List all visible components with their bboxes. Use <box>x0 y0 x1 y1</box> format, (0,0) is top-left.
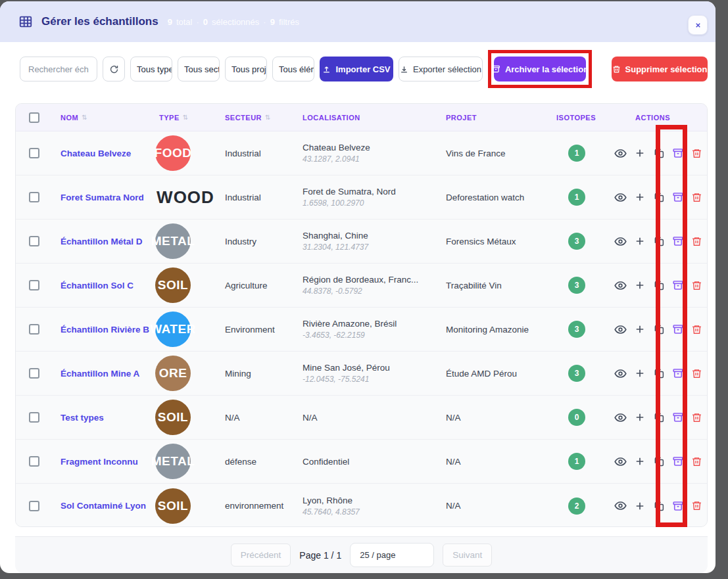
duplicate-button[interactable] <box>652 499 665 512</box>
samples-table: NOM⇅ TYPE⇅ SECTEUR⇅ LOCALISATION PROJET … <box>15 103 708 527</box>
per-page-select[interactable]: 25 / page <box>350 543 434 567</box>
add-button[interactable] <box>633 235 646 248</box>
search-input[interactable] <box>20 57 97 81</box>
add-button[interactable] <box>633 279 646 292</box>
archive-row-button[interactable] <box>671 455 684 468</box>
archive-row-button[interactable] <box>671 147 684 160</box>
toolbar: Tous types Tous secte Tous proje Tous él… <box>20 57 708 81</box>
row-checkbox[interactable] <box>29 501 39 511</box>
duplicate-button[interactable] <box>652 411 665 424</box>
archive-row-button[interactable] <box>671 279 684 292</box>
archive-icon <box>491 64 500 74</box>
delete-row-button[interactable] <box>691 191 703 204</box>
trash-icon <box>691 236 702 247</box>
archive-selection-button[interactable]: Archiver la sélection <box>494 57 586 81</box>
duplicate-button[interactable] <box>652 191 665 204</box>
next-page-button[interactable]: Suivant <box>443 544 492 567</box>
sample-name-link[interactable]: Échantillon Sol C <box>61 281 133 290</box>
eye-icon <box>614 455 627 468</box>
archive-row-button[interactable] <box>671 367 684 380</box>
trash-icon <box>691 324 702 335</box>
refresh-button[interactable] <box>103 57 125 81</box>
delete-row-button[interactable] <box>691 455 703 468</box>
annotation-archive-button-highlight: Archiver la sélection <box>488 50 592 88</box>
row-checkbox[interactable] <box>29 324 39 335</box>
view-button[interactable] <box>614 499 627 512</box>
copy-icon <box>653 367 665 379</box>
view-button[interactable] <box>614 455 627 468</box>
sample-name-link[interactable]: Sol Contaminé Lyon <box>61 501 146 511</box>
delete-row-button[interactable] <box>691 367 703 380</box>
row-checkbox[interactable] <box>29 412 39 423</box>
duplicate-button[interactable] <box>652 323 665 336</box>
filter-types-select[interactable]: Tous types <box>130 57 172 81</box>
sample-name-link[interactable]: Chateau Belveze <box>61 149 131 158</box>
add-button[interactable] <box>633 323 646 336</box>
row-checkbox[interactable] <box>29 236 39 246</box>
row-checkbox[interactable] <box>29 148 39 158</box>
select-all-checkbox[interactable] <box>29 112 39 123</box>
add-button[interactable] <box>633 411 646 424</box>
projet-cell: N/A <box>438 501 548 511</box>
view-button[interactable] <box>614 411 627 424</box>
filter-elements-select[interactable]: Tous élém <box>272 57 314 81</box>
row-checkbox[interactable] <box>29 192 39 202</box>
duplicate-button[interactable] <box>652 367 665 380</box>
add-button[interactable] <box>633 367 646 380</box>
sample-name-link[interactable]: Foret Sumatra Nord <box>61 193 144 202</box>
view-button[interactable] <box>614 147 627 160</box>
type-badge: METAL <box>155 444 191 479</box>
eye-icon <box>614 147 627 160</box>
archive-row-button[interactable] <box>671 191 684 204</box>
copy-icon <box>653 235 665 247</box>
isotopes-count-badge: 1 <box>568 145 585 162</box>
sort-icon: ⇅ <box>183 114 189 121</box>
archive-row-button[interactable] <box>671 323 684 336</box>
delete-row-button[interactable] <box>691 499 703 512</box>
add-button[interactable] <box>633 499 646 512</box>
duplicate-button[interactable] <box>652 279 665 292</box>
sample-name-link[interactable]: Fragment Inconnu <box>61 457 138 467</box>
archive-row-button[interactable] <box>671 235 684 248</box>
import-csv-button[interactable]: Importer CSV <box>320 57 393 81</box>
archive-row-button[interactable] <box>671 499 684 512</box>
delete-row-button[interactable] <box>691 323 703 336</box>
filter-secteur-select[interactable]: Tous secte <box>178 57 220 81</box>
delete-row-button[interactable] <box>691 147 703 160</box>
location-text: Chateau Belveze <box>303 143 438 152</box>
column-header-secteur[interactable]: SECTEUR⇅ <box>217 114 295 122</box>
sample-name-link[interactable]: Échantillon Rivière B <box>61 325 149 335</box>
delete-row-button[interactable] <box>691 279 703 292</box>
row-checkbox[interactable] <box>29 368 39 379</box>
export-selection-button[interactable]: Exporter sélection <box>399 57 483 81</box>
view-button[interactable] <box>614 191 627 204</box>
delete-row-button[interactable] <box>691 411 703 424</box>
column-header-type[interactable]: TYPE⇅ <box>151 114 217 122</box>
secteur-cell: N/A <box>217 413 295 423</box>
filter-projet-select[interactable]: Tous proje <box>225 57 267 81</box>
row-checkbox[interactable] <box>29 456 39 467</box>
row-checkbox[interactable] <box>29 280 39 290</box>
archive-icon <box>672 235 684 247</box>
view-button[interactable] <box>614 323 627 336</box>
duplicate-button[interactable] <box>652 147 665 160</box>
previous-page-button[interactable]: Précédent <box>231 544 291 567</box>
trash-icon <box>691 192 702 203</box>
column-header-nom[interactable]: NOM⇅ <box>53 114 151 122</box>
sample-name-link[interactable]: Test types <box>61 413 104 423</box>
view-button[interactable] <box>614 279 627 292</box>
add-button[interactable] <box>633 191 646 204</box>
add-button[interactable] <box>633 147 646 160</box>
delete-row-button[interactable] <box>691 235 703 248</box>
delete-selection-button[interactable]: Supprimer sélection <box>612 57 708 81</box>
duplicate-button[interactable] <box>652 235 665 248</box>
sample-name-link[interactable]: Échantillon Métal D <box>61 237 143 246</box>
table-row: Échantillon Mine A ORE Mining Mine San J… <box>16 352 707 396</box>
duplicate-button[interactable] <box>652 455 665 468</box>
close-button[interactable] <box>688 15 708 35</box>
view-button[interactable] <box>614 367 627 380</box>
archive-row-button[interactable] <box>671 411 684 424</box>
add-button[interactable] <box>633 455 646 468</box>
sample-name-link[interactable]: Échantillon Mine A <box>61 369 139 379</box>
view-button[interactable] <box>614 235 627 248</box>
